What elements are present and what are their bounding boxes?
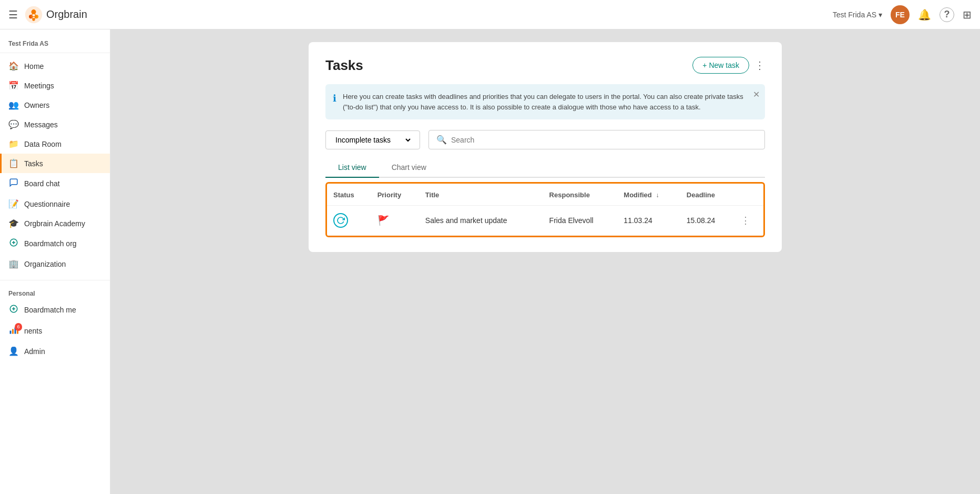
col-actions [734,184,763,206]
col-responsible: Responsible [543,184,618,206]
sidebar-label-meetings: Meetings [24,82,54,90]
investments-badge: 6 [15,323,22,331]
owners-icon: 👥 [8,100,19,110]
tab-chart-view[interactable]: Chart view [379,158,439,177]
org-dropdown-icon: ▾ [879,11,882,19]
task-row-menu-button[interactable]: ⋮ [741,215,750,226]
priority-flag-icon: 🚩 [377,215,389,226]
sidebar-item-organization[interactable]: 🏢 Organization [0,254,110,274]
home-icon: 🏠 [8,61,19,71]
table-row: 🚩 Sales and market update Frida Elvevoll… [327,206,763,236]
sidebar-section-board: Test Frida AS [0,34,110,49]
sidebar-item-tasks[interactable]: 📋 Tasks [0,154,110,173]
help-button[interactable]: ? [940,7,954,22]
task-row-actions-cell: ⋮ [734,206,763,236]
col-title: Title [419,184,543,206]
task-header-actions: + New task ⋮ [692,57,765,74]
sidebar-label-investments: nents [24,327,42,335]
task-title-cell[interactable]: Sales and market update [419,206,543,236]
task-responsible-cell: Frida Elvevoll [543,206,618,236]
topnav-right: Test Frida AS ▾ FE 🔔 ? ⊞ [833,5,972,24]
task-status-icon [333,213,348,228]
sidebar-item-owners[interactable]: 👥 Owners [0,95,110,115]
sidebar-item-investments[interactable]: 6 nents [0,320,110,341]
info-icon: ℹ [333,93,336,112]
search-input[interactable] [451,136,757,144]
boardmatch-me-icon [8,304,19,316]
svg-rect-13 [12,329,14,334]
col-deadline: Deadline [680,184,734,206]
sidebar: Test Frida AS 🏠 Home 📅 Meetings 👥 Owners… [0,29,110,494]
sidebar-item-orgbrain-academy[interactable]: 🎓 Orgbrain Academy [0,214,110,233]
sidebar-item-boardmatch-me[interactable]: Boardmatch me [0,299,110,320]
sidebar-label-home: Home [24,62,44,70]
data-room-icon: 📁 [8,139,19,149]
sidebar-label-tasks: Tasks [24,159,43,168]
info-box-close-button[interactable]: ✕ [753,89,760,99]
table-header-row: Status Priority Title Responsible Modifi… [327,184,763,206]
org-name-label: Test Frida AS [833,11,876,19]
table-header: Status Priority Title Responsible Modifi… [327,184,763,206]
sidebar-item-boardmatch-org[interactable]: Boardmatch org [0,233,110,254]
sidebar-label-owners: Owners [24,101,49,109]
organization-icon: 🏢 [8,259,19,269]
task-deadline-cell: 15.08.24 [680,206,734,236]
new-task-button[interactable]: + New task [692,57,749,74]
info-box: ℹ Here you can create tasks with deadlin… [325,84,765,119]
sidebar-item-meetings[interactable]: 📅 Meetings [0,76,110,95]
task-card-header: Tasks + New task ⋮ [325,57,765,74]
tasks-table: Status Priority Title Responsible Modifi… [327,184,763,236]
task-filter-select[interactable]: Incomplete tasks All tasks Complete task… [325,130,420,149]
tab-list-view[interactable]: List view [325,158,379,177]
sidebar-item-data-room[interactable]: 📁 Data Room [0,134,110,154]
logo: Orgbrain [24,5,87,24]
sidebar-item-board-chat[interactable]: Board chat [0,173,110,194]
task-status-cell [327,206,371,236]
sidebar-item-admin[interactable]: 👤 Admin [0,341,110,361]
filter-dropdown[interactable]: Incomplete tasks All tasks Complete task… [333,135,412,145]
notification-button[interactable]: 🔔 [918,8,931,21]
col-status: Status [327,184,371,206]
sidebar-label-admin: Admin [24,347,45,356]
tasks-table-highlight: Status Priority Title Responsible Modifi… [325,182,765,237]
admin-icon: 👤 [8,346,19,356]
investments-icon: 6 [8,325,19,337]
tasks-icon: 📋 [8,158,19,168]
sort-arrow-icon: ↓ [656,191,659,199]
sidebar-item-messages[interactable]: 💬 Messages [0,115,110,134]
sidebar-label-questionnaire: Questionnaire [24,200,70,208]
sidebar-item-questionnaire[interactable]: 📝 Questionnaire [0,194,110,214]
sidebar-item-home[interactable]: 🏠 Home [0,56,110,76]
sidebar-label-board-chat: Board chat [24,179,60,188]
topnav-left: ☰ Orgbrain [8,5,87,24]
search-box: 🔍 [428,130,765,149]
sidebar-label-orgbrain-academy: Orgbrain Academy [24,219,85,228]
sidebar-section-personal: Personal [0,284,110,299]
search-icon: 🔍 [436,135,447,145]
main-content: Tasks + New task ⋮ ℹ Here you can create… [110,29,980,494]
sidebar-label-messages: Messages [24,120,58,129]
sidebar-label-boardmatch-org: Boardmatch org [24,239,77,248]
sidebar-label-data-room: Data Room [24,140,62,148]
task-priority-cell: 🚩 [371,206,419,236]
info-box-text: Here you can create tasks with deadlines… [343,92,744,112]
hamburger-icon[interactable]: ☰ [8,8,18,21]
col-modified[interactable]: Modified ↓ [617,184,680,206]
messages-icon: 💬 [8,119,19,129]
layout: Test Frida AS 🏠 Home 📅 Meetings 👥 Owners… [0,29,980,494]
page-title: Tasks [325,57,363,74]
boardmatch-org-icon [8,238,19,249]
logo-text: Orgbrain [46,8,87,21]
org-selector[interactable]: Test Frida AS ▾ [833,11,882,19]
questionnaire-icon: 📝 [8,199,19,209]
task-modified-cell: 11.03.24 [617,206,680,236]
table-body: 🚩 Sales and market update Frida Elvevoll… [327,206,763,236]
topnav: ☰ Orgbrain Test Frida AS ▾ FE 🔔 ? ⊞ [0,0,980,29]
svg-rect-12 [10,331,12,334]
avatar[interactable]: FE [891,5,910,24]
orgbrain-logo-icon [24,5,43,24]
sidebar-label-organization: Organization [24,260,66,268]
col-priority: Priority [371,184,419,206]
app-grid-button[interactable]: ⊞ [963,8,972,21]
tasks-more-button[interactable]: ⋮ [754,59,765,72]
